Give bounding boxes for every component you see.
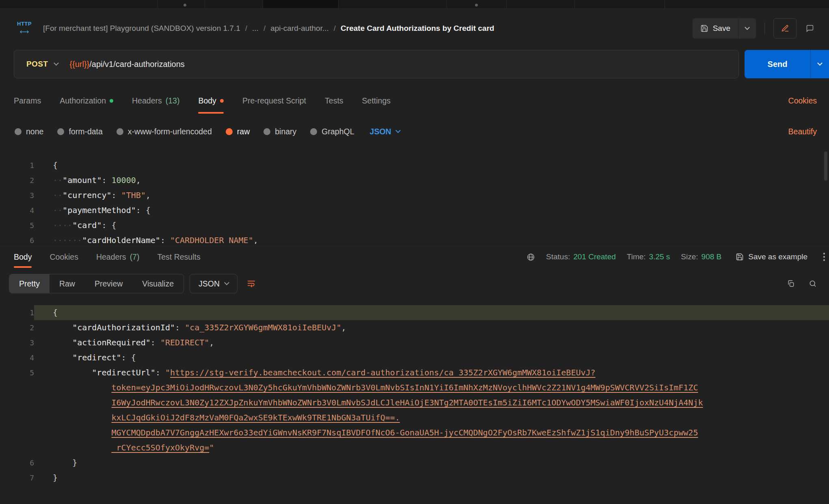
method-label: POST xyxy=(26,60,48,69)
code-text: } xyxy=(34,470,829,485)
radio-icon xyxy=(263,128,270,135)
app-root: HTTP [For merchant test] Playground (SAN… xyxy=(0,0,829,504)
send-button[interactable]: Send xyxy=(745,50,829,78)
tab-headers[interactable]: Headers(13) xyxy=(132,85,179,116)
chevron-down-icon xyxy=(817,60,823,66)
tab-label: Settings xyxy=(362,96,391,106)
body-mode-raw[interactable]: raw xyxy=(226,127,250,136)
cookies-link[interactable]: Cookies xyxy=(788,96,817,106)
line-number: 3 xyxy=(0,335,34,350)
tab-pre-request-script[interactable]: Pre-request Script xyxy=(242,85,306,116)
breadcrumb-separator: / xyxy=(263,24,266,33)
line-number: 2 xyxy=(0,320,34,335)
code-line[interactable]: 3 "actionRequired": "REDIRECT", xyxy=(0,335,829,350)
code-text: _rCYecc5SOfyxOkyRvg=" xyxy=(34,440,829,455)
breadcrumb-segment[interactable]: ... xyxy=(252,24,259,33)
workspace-tab-strip[interactable] xyxy=(0,0,829,8)
response-tab-cookies[interactable]: Cookies xyxy=(50,244,78,269)
line-number xyxy=(0,410,34,425)
tab-separator xyxy=(338,0,339,8)
beautify-link[interactable]: Beautify xyxy=(788,127,817,136)
response-tab-headers[interactable]: Headers(7) xyxy=(96,244,140,269)
active-request-tab[interactable] xyxy=(263,0,338,8)
code-text: "redirectUrl": "https://stg-verify.beamc… xyxy=(34,365,829,380)
url-link[interactable]: I6WyJodHRwczovL3N0Zy12ZXJpZnkuYmVhbWNoZW… xyxy=(112,398,703,407)
pencil-icon xyxy=(781,24,789,32)
url-link[interactable]: _rCYecc5SOfyxOkyRvg= xyxy=(112,443,209,452)
more-options-icon[interactable] xyxy=(823,252,826,261)
code-line[interactable]: 3··"currency": "THB", xyxy=(0,188,829,203)
code-line[interactable]: 1{ xyxy=(0,158,829,173)
tab-authorization[interactable]: Authorization xyxy=(60,85,113,116)
tab-label: Cookies xyxy=(50,252,78,262)
save-as-example-button[interactable]: Save as example xyxy=(736,252,807,261)
body-mode-binary[interactable]: binary xyxy=(263,127,296,136)
code-line[interactable]: token=eyJpc3MiOiJodHRwczovL3N0Zy5hcGkuYm… xyxy=(0,380,829,395)
code-line[interactable]: 6 } xyxy=(0,455,829,470)
method-selector[interactable]: POST xyxy=(14,50,69,78)
wrap-text-button[interactable] xyxy=(241,274,262,293)
send-options-button[interactable] xyxy=(810,50,829,78)
network-icon[interactable] xyxy=(527,253,535,261)
line-number: 7 xyxy=(0,470,34,485)
save-options-button[interactable] xyxy=(738,18,756,39)
view-tab-pretty[interactable]: Pretty xyxy=(9,274,50,293)
tab-tests[interactable]: Tests xyxy=(325,85,343,116)
response-tab-body[interactable]: Body xyxy=(14,244,32,269)
tab-body[interactable]: Body xyxy=(198,85,223,116)
request-body-editor[interactable]: 1{2··"amount": 10000,3··"currency": "THB… xyxy=(0,146,829,244)
tab-params[interactable]: Params xyxy=(14,85,41,116)
send-button-label: Send xyxy=(745,60,810,69)
tab-separator xyxy=(574,0,575,8)
size-value: 908 B xyxy=(702,252,722,261)
breadcrumb-segment[interactable]: [For merchant test] Playground (SANDBOX)… xyxy=(43,24,240,33)
save-button-label: Save xyxy=(713,24,730,33)
code-line[interactable]: 5····"card": { xyxy=(0,218,829,233)
code-line[interactable]: 2 "cardAuthorizationId": "ca_335Z2rXGYW6… xyxy=(0,320,829,335)
code-line[interactable]: 4 "redirect": { xyxy=(0,350,829,365)
body-mode-none[interactable]: none xyxy=(15,127,43,136)
body-mode-graphql[interactable]: GraphQL xyxy=(310,127,354,136)
code-line[interactable]: 7} xyxy=(0,470,829,485)
code-line[interactable]: MGYCMQDpdbA7V7GnggAzHEXwr6o33edYiGWnvNsK… xyxy=(0,425,829,440)
view-tab-visualize[interactable]: Visualize xyxy=(132,274,184,293)
breadcrumb-segment[interactable]: Create Card Authorizations by Credit car… xyxy=(341,24,494,33)
edit-button[interactable] xyxy=(773,18,797,39)
code-text: ··"paymentMethod": { xyxy=(34,203,829,218)
line-number: 6 xyxy=(0,233,34,244)
view-tab-preview[interactable]: Preview xyxy=(85,274,132,293)
breadcrumb: [For merchant test] Playground (SANDBOX)… xyxy=(43,24,684,33)
body-mode-form-data[interactable]: form-data xyxy=(57,127,102,136)
response-tab-test-results[interactable]: Test Results xyxy=(157,244,200,269)
scrollbar-thumb[interactable] xyxy=(824,151,827,181)
body-mode-x-www-form-urlencoded[interactable]: x-www-form-urlencoded xyxy=(117,127,212,136)
copy-button[interactable] xyxy=(787,280,795,288)
tab-label: Test Results xyxy=(157,252,200,262)
code-line[interactable]: kxLCJqdGkiOiJ2dF8zMzVaM0FQa2wxSE9kTExwWk… xyxy=(0,410,829,425)
response-language-dropdown[interactable]: JSON xyxy=(190,274,237,293)
code-line[interactable]: 4··"paymentMethod": { xyxy=(0,203,829,218)
url-input[interactable]: {{url}}/api/v1/card-authorizations xyxy=(69,60,185,69)
comments-button[interactable] xyxy=(801,18,818,39)
code-line[interactable]: _rCYecc5SOfyxOkyRvg=" xyxy=(0,440,829,455)
code-line[interactable]: 1{ xyxy=(0,305,829,320)
code-line[interactable]: 5 "redirectUrl": "https://stg-verify.bea… xyxy=(0,365,829,380)
code-line[interactable]: 6······"cardHolderName": "CARDHOLDER_NAM… xyxy=(0,233,829,244)
breadcrumb-segment[interactable]: api-card-author... xyxy=(270,24,329,33)
save-button[interactable]: Save xyxy=(693,18,738,39)
tab-settings[interactable]: Settings xyxy=(362,85,391,116)
search-button[interactable] xyxy=(809,280,817,288)
url-link[interactable]: token=eyJpc3MiOiJodHRwczovL3N0Zy5hcGkuYm… xyxy=(112,383,698,392)
code-text: kxLCJqdGkiOiJ2dF8zMzVaM0FQa2wxSE9kTExwWk… xyxy=(34,410,829,425)
response-body-editor[interactable]: 1{2 "cardAuthorizationId": "ca_335Z2rXGY… xyxy=(0,298,829,504)
url-link[interactable]: https://stg-verify.beamcheckout.com/card… xyxy=(170,368,596,377)
url-link[interactable]: kxLCJqdGkiOiJ2dF8zMzVaM0FQa2wxSE9kTExwWk… xyxy=(112,413,400,422)
code-line[interactable]: I6WyJodHRwczovL3N0Zy12ZXJpZnkuYmVhbWNoZW… xyxy=(0,395,829,410)
line-number: 2 xyxy=(0,173,34,188)
view-tab-raw[interactable]: Raw xyxy=(50,274,85,293)
response-panel: BodyCookiesHeaders(7)Test Results Status… xyxy=(0,244,829,504)
body-language-dropdown[interactable]: JSON xyxy=(370,127,400,136)
code-line[interactable]: 2··"amount": 10000, xyxy=(0,173,829,188)
url-link[interactable]: MGYCMQDpdbA7V7GnggAzHEXwr6o33edYiGWnvNsK… xyxy=(112,428,698,437)
tab-separator xyxy=(506,0,507,8)
